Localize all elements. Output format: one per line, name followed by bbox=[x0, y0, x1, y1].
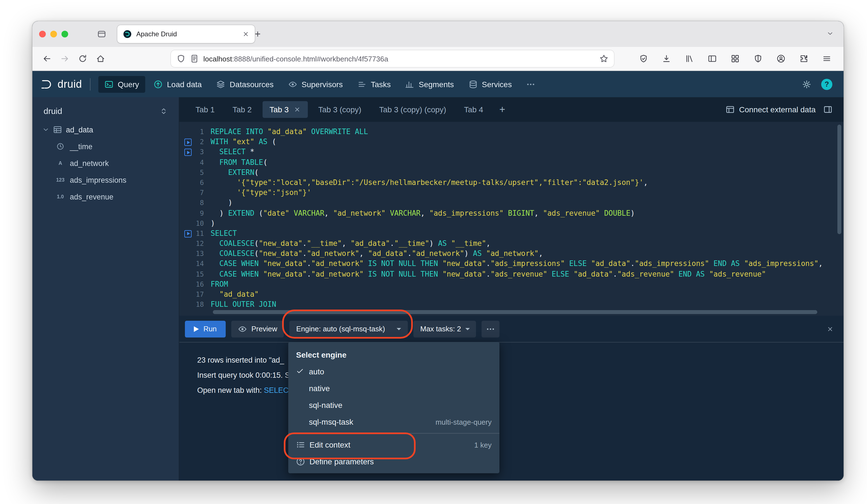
schema-header[interactable]: druid bbox=[32, 106, 179, 121]
nav-item-tasks[interactable]: Tasks bbox=[351, 76, 397, 93]
nav-item-supervisors[interactable]: Supervisors bbox=[282, 76, 349, 93]
editor-line: 9 ) EXTEND ("date" VARCHAR, "ad_network"… bbox=[179, 208, 844, 218]
workbench-tab-tab-3[interactable]: Tab 3 bbox=[262, 101, 308, 118]
sql-editor[interactable]: 1REPLACE INTO "ad_data" OVERWRITE ALL2WI… bbox=[179, 122, 844, 316]
nav-item-query[interactable]: Query bbox=[98, 76, 145, 93]
engine-option-sql-native[interactable]: sql-native bbox=[288, 397, 500, 414]
druid-brand[interactable]: druid bbox=[40, 78, 82, 90]
url-bar[interactable]: localhost:8888/unified-console.html#work… bbox=[171, 50, 614, 67]
datasource-row-ad-data[interactable]: ad_data bbox=[32, 121, 179, 138]
add-tab-button[interactable]: + bbox=[494, 104, 511, 115]
shield-icon[interactable] bbox=[750, 51, 766, 66]
line-number: 11 bbox=[179, 228, 211, 239]
privacy-shield-icon[interactable] bbox=[636, 51, 651, 66]
menu-item-define-parameters[interactable]: Define parameters bbox=[288, 453, 500, 470]
code-text: ) EXTEND ("date" VARCHAR, "ad_network" V… bbox=[211, 208, 635, 218]
preview-label: Preview bbox=[251, 325, 277, 333]
home-icon[interactable] bbox=[93, 51, 108, 66]
workbench-tab-tab-2[interactable]: Tab 2 bbox=[225, 101, 259, 118]
close-window-button[interactable] bbox=[39, 31, 46, 37]
page-info-icon[interactable] bbox=[190, 54, 199, 63]
more-options-button[interactable] bbox=[482, 320, 500, 337]
play-icon bbox=[194, 326, 199, 332]
engine-option-detail: multi-stage-query bbox=[436, 418, 492, 426]
schema-tree: ad_data__timeAad_network123ads_impressio… bbox=[32, 121, 179, 205]
close-tab-icon[interactable] bbox=[243, 31, 249, 37]
run-line-marker[interactable] bbox=[184, 139, 192, 146]
line-number: 13 bbox=[179, 249, 211, 259]
tasks-icon bbox=[357, 79, 366, 88]
max-tasks-button[interactable]: Max tasks: 2 bbox=[414, 320, 476, 337]
nav-item-item[interactable] bbox=[520, 76, 541, 93]
code-text: SELECT bbox=[211, 228, 237, 239]
column-row-ads-impressions[interactable]: 123ads_impressions bbox=[32, 172, 179, 188]
panel-right-icon[interactable] bbox=[823, 105, 832, 114]
vertical-scrollbar[interactable] bbox=[837, 125, 841, 234]
menu-icon[interactable] bbox=[819, 51, 835, 66]
nav-item-load-data[interactable]: Load data bbox=[148, 76, 208, 93]
minimize-window-button[interactable] bbox=[50, 31, 57, 37]
check-icon bbox=[296, 367, 309, 376]
gutter: 12 bbox=[179, 239, 211, 249]
shield-permissions-icon[interactable] bbox=[176, 54, 185, 63]
engine-option-sql-msq-task[interactable]: sql-msq-taskmulti-stage-query bbox=[288, 414, 500, 430]
engine-option-auto[interactable]: auto bbox=[288, 363, 500, 380]
gear-icon[interactable] bbox=[802, 79, 811, 88]
nav-item-segments[interactable]: Segments bbox=[399, 76, 460, 93]
run-line-marker[interactable] bbox=[184, 149, 192, 156]
run-line-marker[interactable] bbox=[184, 230, 192, 237]
line-number: 12 bbox=[179, 239, 211, 249]
star-icon[interactable] bbox=[599, 54, 608, 63]
code-text: ) bbox=[211, 218, 215, 228]
zoom-window-button[interactable] bbox=[62, 31, 68, 37]
code-text: SELECT * bbox=[211, 147, 255, 157]
nav-item-datasources[interactable]: Datasources bbox=[210, 76, 280, 93]
connect-external-data-button[interactable]: Connect external data bbox=[726, 105, 816, 114]
editor-line: 18FULL OUTER JOIN bbox=[179, 300, 844, 310]
engine-selector-button[interactable]: Engine: auto (sql-msq-task) bbox=[290, 320, 408, 337]
workbench-tab-tab-3-copy[interactable]: Tab 3 (copy) bbox=[311, 101, 369, 118]
run-button[interactable]: Run bbox=[185, 320, 226, 337]
back-icon[interactable] bbox=[39, 51, 55, 66]
list-tabs-chevron-icon[interactable] bbox=[827, 30, 834, 37]
chevron-down-icon bbox=[465, 328, 470, 330]
more-icon bbox=[526, 79, 535, 88]
code-text: "ad_data" bbox=[211, 289, 259, 300]
new-tab-button[interactable]: + bbox=[255, 28, 260, 40]
open-new-tab-link[interactable]: SELEC bbox=[264, 386, 289, 395]
puzzle-icon[interactable] bbox=[796, 51, 812, 66]
browser-tab-apache-druid[interactable]: Apache Druid bbox=[117, 25, 255, 43]
extensions-grid-icon[interactable] bbox=[727, 51, 743, 66]
workbench-tab-tab-1[interactable]: Tab 1 bbox=[188, 101, 222, 118]
editor-line: 1REPLACE INTO "ad_data" OVERWRITE ALL bbox=[179, 127, 844, 137]
menu-item-edit-context[interactable]: Edit context1 key bbox=[288, 436, 500, 453]
druid-header: druid QueryLoad dataDatasourcesSuperviso… bbox=[32, 71, 844, 97]
column-row-ads-revenue[interactable]: 1.0ads_revenue bbox=[32, 188, 179, 205]
nav-item-services[interactable]: Services bbox=[462, 76, 518, 93]
tab-overview-icon[interactable] bbox=[97, 30, 106, 39]
library-icon[interactable] bbox=[682, 51, 697, 66]
close-tab-icon[interactable] bbox=[294, 106, 301, 113]
column-row-time[interactable]: __time bbox=[32, 138, 179, 155]
sidebar-toggle-icon[interactable] bbox=[705, 51, 720, 66]
clock-icon bbox=[55, 142, 66, 150]
reload-icon[interactable] bbox=[75, 51, 90, 66]
editor-line: 17 "ad_data" bbox=[179, 289, 844, 300]
menu-item-label: Edit context bbox=[310, 440, 474, 449]
workbench-tab-tab-4[interactable]: Tab 4 bbox=[457, 101, 491, 118]
engine-option-native[interactable]: native bbox=[288, 380, 500, 397]
download-icon[interactable] bbox=[659, 51, 674, 66]
horizontal-scrollbar[interactable] bbox=[213, 310, 817, 314]
account-circle-icon[interactable] bbox=[773, 51, 789, 66]
workbench-tab-tab-3-copy-copy[interactable]: Tab 3 (copy) (copy) bbox=[372, 101, 453, 118]
editor-line: 16FROM bbox=[179, 279, 844, 289]
chevron-down-icon[interactable] bbox=[42, 126, 49, 133]
url-text: localhost:8888/unified-console.html#work… bbox=[203, 54, 595, 63]
column-row-ad-network[interactable]: Aad_network bbox=[32, 155, 179, 172]
forward-icon[interactable] bbox=[57, 51, 73, 66]
editor-line: 4 FROM TABLE( bbox=[179, 157, 844, 167]
double-caret-vertical-icon[interactable] bbox=[160, 107, 168, 115]
close-icon[interactable] bbox=[827, 325, 838, 332]
help-icon[interactable] bbox=[821, 78, 832, 90]
preview-button[interactable]: Preview bbox=[231, 320, 284, 337]
